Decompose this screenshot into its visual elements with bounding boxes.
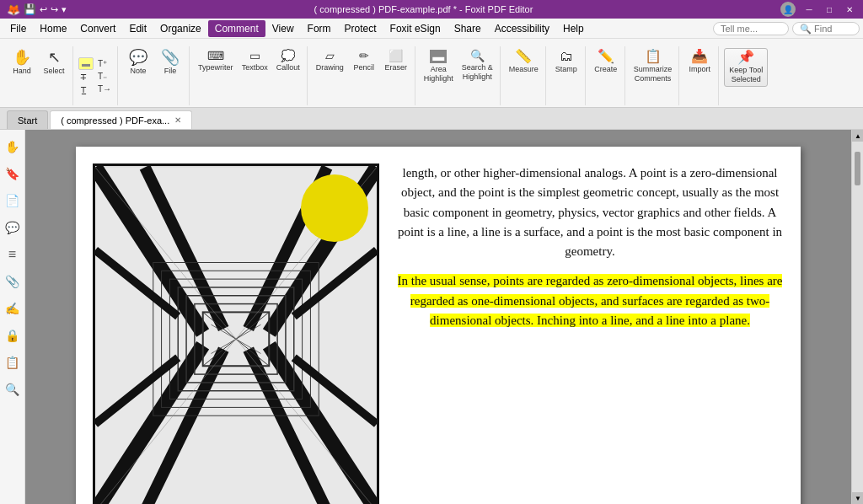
create-label: Create <box>594 65 617 74</box>
typewriter-buttons: ⌨ Typewriter ▭ Textbox 💭 Callout <box>195 46 303 105</box>
file-button[interactable]: 📎 File <box>155 48 185 78</box>
text-replace[interactable]: T→ <box>95 83 114 94</box>
callout-button[interactable]: 💭 Callout <box>273 48 303 74</box>
menu-form[interactable]: Form <box>301 20 338 37</box>
eraser-label: Eraser <box>384 63 407 72</box>
drawing-button[interactable]: ▱ Drawing <box>313 48 347 74</box>
menu-organize[interactable]: Organize <box>153 20 208 37</box>
highlight-button[interactable]: ▬ <box>78 57 94 70</box>
menu-convert[interactable]: Convert <box>73 20 122 37</box>
import-button[interactable]: 📥 Import <box>684 48 715 76</box>
pdf-paragraph-1: length, or other higher-dimensional anal… <box>396 164 784 261</box>
textbox-icon: ▭ <box>249 50 260 62</box>
summarize-buttons: 📋 SummarizeComments <box>630 46 676 105</box>
callout-icon: 💭 <box>281 50 295 62</box>
ribbon-group-keep-tool: 📌 Keep ToolSelected <box>721 46 771 105</box>
menu-share[interactable]: Share <box>448 20 488 37</box>
create-button[interactable]: ✏️ Create <box>591 48 621 76</box>
user-icon[interactable]: 👤 <box>780 2 796 17</box>
sidebar-pages[interactable]: 📄 <box>3 190 23 211</box>
sidebar-doc[interactable]: 📋 <box>3 352 23 373</box>
sidebar-comment[interactable]: 💬 <box>3 217 23 238</box>
pencil-button[interactable]: ✏ Pencil <box>349 48 379 74</box>
scroll-thumb[interactable] <box>855 152 860 185</box>
tab-bar: Start ( compressed ) PDF-exa... ✕ <box>0 108 863 130</box>
quick-access-redo[interactable]: ↪ <box>51 4 58 15</box>
pencil-label: Pencil <box>353 63 374 72</box>
textbox-button[interactable]: ▭ Textbox <box>239 48 271 74</box>
select-icon: ↖ <box>48 50 61 65</box>
tab-pdf[interactable]: ( compressed ) PDF-exa... ✕ <box>50 110 192 129</box>
create-buttons: ✏️ Create <box>591 46 621 105</box>
left-sidebar: ✋ 🔖 📄 💬 ≡ 📎 ✍ 🔒 📋 🔍 <box>0 130 25 504</box>
menu-comment[interactable]: Comment <box>208 20 265 37</box>
strikethrough-button[interactable]: T̶ <box>78 72 94 83</box>
keep-tool-label: Keep ToolSelected <box>729 66 763 84</box>
area-highlight-label: AreaHighlight <box>424 65 453 83</box>
menu-accessibility[interactable]: Accessibility <box>488 20 556 37</box>
measure-button[interactable]: 📏 Measure <box>506 48 542 76</box>
summarize-icon: 📋 <box>645 50 662 63</box>
area-highlight-button[interactable]: ▬ AreaHighlight <box>421 48 457 85</box>
main-area: ✋ 🔖 📄 💬 ≡ 📎 ✍ 🔒 📋 🔍 <box>0 130 863 504</box>
ribbon-group-hand-select: ✋ Hand ↖ Select <box>3 46 73 105</box>
tab-pdf-label: ( compressed ) PDF-exa... <box>61 115 169 126</box>
close-button[interactable]: ✕ <box>843 3 856 16</box>
stamp-buttons: 🗂 Stamp <box>551 46 582 105</box>
menu-bar: File Home Convert Edit Organize Comment … <box>0 19 863 39</box>
quick-access-save[interactable]: 💾 <box>24 3 36 15</box>
sidebar-hand[interactable]: ✋ <box>3 137 23 157</box>
text-highlight-up[interactable]: T⁺ <box>95 58 114 69</box>
tab-start[interactable]: Start <box>7 110 48 129</box>
keep-tool-icon: 📌 <box>737 51 754 64</box>
text-highlight-down[interactable]: T₋ <box>95 71 114 82</box>
hand-select-buttons: ✋ Hand ↖ Select <box>7 46 69 105</box>
markup-col1: ▬ T̶ T̲ <box>78 57 94 95</box>
sidebar-attach[interactable]: 📎 <box>3 271 23 292</box>
sidebar-find[interactable]: 🔍 <box>3 379 23 399</box>
menu-foxit-esign[interactable]: Foxit eSign <box>383 20 448 37</box>
menu-protect[interactable]: Protect <box>338 20 383 37</box>
title-bar: 🦊 💾 ↩ ↪ ▾ ( compressed ) PDF-example.pdf… <box>0 0 863 19</box>
scroll-up-button[interactable]: ▲ <box>852 130 863 142</box>
sidebar-sign[interactable]: ✍ <box>3 298 23 319</box>
measure-label: Measure <box>509 65 539 74</box>
minimize-button[interactable]: ─ <box>802 3 816 16</box>
measure-buttons: 📏 Measure <box>506 46 542 105</box>
summarize-button[interactable]: 📋 SummarizeComments <box>630 48 676 85</box>
highlighted-text: In the usual sense, points are regarded … <box>398 274 783 327</box>
file-label: File <box>164 67 177 76</box>
window-title: ( compressed ) PDF-example.pdf * - Foxit… <box>67 4 780 14</box>
hand-label: Hand <box>13 67 31 76</box>
select-button[interactable]: ↖ Select <box>39 48 69 78</box>
note-label: Note <box>131 67 147 76</box>
sidebar-bookmark[interactable]: 🔖 <box>3 164 23 184</box>
quick-access-undo[interactable]: ↩ <box>40 4 47 15</box>
ribbon: ✋ Hand ↖ Select ▬ T̶ T̲ T⁺ <box>0 39 863 108</box>
search-highlight-button[interactable]: 🔍 Search &Highlight <box>458 48 496 83</box>
scroll-track[interactable] <box>852 142 863 492</box>
maximize-button[interactable]: □ <box>823 3 836 16</box>
note-file-buttons: 💬 Note 📎 File <box>123 46 185 105</box>
typewriter-button[interactable]: ⌨ Typewriter <box>195 48 237 74</box>
sidebar-lock[interactable]: 🔒 <box>3 325 23 346</box>
keep-tool-selected-button[interactable]: 📌 Keep ToolSelected <box>724 48 768 87</box>
menu-home[interactable]: Home <box>33 20 73 37</box>
tell-me-input[interactable] <box>713 22 789 35</box>
eraser-button[interactable]: ⬜ Eraser <box>381 48 411 74</box>
hand-button[interactable]: ✋ Hand <box>7 48 37 78</box>
find-input[interactable] <box>792 22 860 35</box>
stamp-button[interactable]: 🗂 Stamp <box>551 48 582 76</box>
menu-file[interactable]: File <box>3 20 33 37</box>
note-button[interactable]: 💬 Note <box>123 48 153 78</box>
text-down-icon: T₋ <box>98 72 107 81</box>
scroll-down-button[interactable]: ▼ <box>852 492 863 504</box>
menu-help[interactable]: Help <box>556 20 591 37</box>
tab-close-button[interactable]: ✕ <box>174 115 181 125</box>
menu-edit[interactable]: Edit <box>122 20 153 37</box>
callout-label: Callout <box>276 63 300 72</box>
sidebar-layers[interactable]: ≡ <box>3 244 23 265</box>
drawing-icon: ▱ <box>325 50 335 62</box>
underline-button[interactable]: T̲ <box>78 84 94 95</box>
menu-view[interactable]: View <box>265 20 301 37</box>
